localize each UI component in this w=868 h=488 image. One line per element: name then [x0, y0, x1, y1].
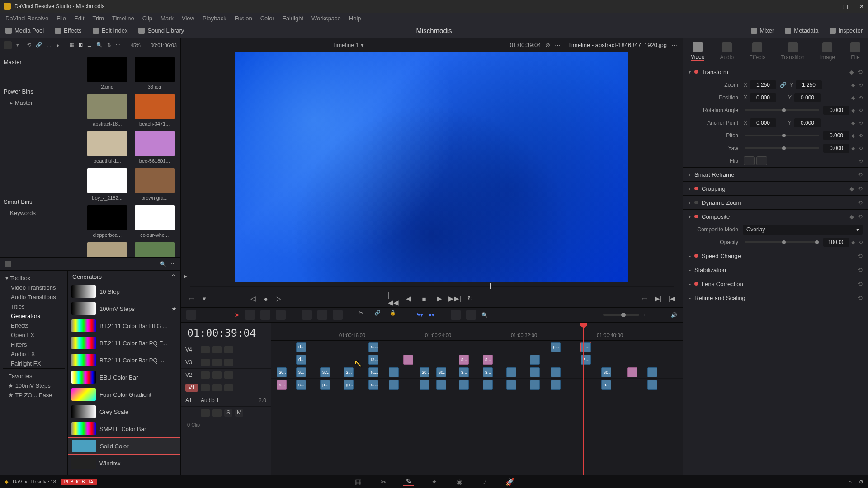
timeline-clip[interactable] [506, 367, 516, 377]
link-icon[interactable]: 🔗 [780, 82, 787, 88]
power-master-bin[interactable]: ▸ Master [4, 98, 77, 108]
timeline-clip[interactable] [551, 380, 561, 390]
link-tool[interactable]: 🔗 [374, 310, 384, 320]
generator-item[interactable]: BT.2111 Color Bar PQ F... [68, 334, 180, 352]
lock-icon[interactable] [201, 409, 210, 417]
yaw-slider[interactable] [745, 147, 819, 149]
media-thumbnail[interactable]: doe-18014... [133, 242, 176, 257]
media-thumbnail[interactable]: boy_-_2182... [86, 168, 129, 201]
audio-track-controls[interactable]: S M [181, 407, 271, 419]
timeline-clip[interactable]: sc... [420, 367, 429, 377]
timeline-clip[interactable] [647, 380, 657, 390]
lock-icon[interactable] [201, 371, 210, 379]
timeline-clip[interactable]: d... [296, 342, 306, 352]
panel-icon[interactable] [5, 261, 11, 267]
power-bins-header[interactable]: Power Bins [4, 88, 77, 95]
prev-edit-icon[interactable]: ◁ [249, 294, 258, 303]
timeline-clip[interactable]: ra... [368, 355, 378, 365]
media-thumbnail[interactable]: abstract-18... [86, 94, 129, 127]
lock-icon[interactable] [201, 346, 210, 353]
close-button[interactable]: ✕ [859, 3, 864, 10]
menu-item[interactable]: Fairlight [283, 15, 303, 22]
loop-button[interactable]: ↻ [466, 294, 475, 303]
more-icon[interactable]: ⋯ [555, 42, 561, 48]
timeline-clip[interactable]: s... [344, 367, 354, 377]
media-page[interactable]: ▦ [353, 477, 363, 486]
menu-item[interactable]: File [57, 15, 66, 22]
auto-select-icon[interactable] [212, 346, 222, 353]
zoom-tool[interactable] [466, 310, 476, 320]
thumb-view-icon[interactable]: ⊞ [79, 42, 83, 48]
timeline-clip[interactable] [420, 380, 429, 390]
timeline-clip[interactable]: s... [459, 367, 469, 377]
timeline-clip[interactable] [530, 367, 540, 377]
timeline-clip[interactable]: sc... [277, 367, 287, 377]
insert-tool[interactable] [302, 310, 312, 320]
zoom-slider[interactable] [603, 314, 639, 316]
timeline-clip[interactable]: gir... [344, 380, 354, 390]
in-out-icon[interactable]: ▭ [187, 294, 196, 303]
timeline-clip[interactable] [530, 380, 540, 390]
timeline-clip[interactable]: s... [483, 355, 493, 365]
disable-icon[interactable] [224, 371, 233, 379]
timeline-clip[interactable] [483, 380, 493, 390]
media-thumbnail[interactable]: colour-whe... [133, 205, 176, 238]
video-track-header[interactable]: V1 [181, 381, 271, 394]
generator-item[interactable]: BT.2111 Color Bar PQ ... [68, 352, 180, 369]
metadata-toggle[interactable]: Metadata [779, 27, 824, 34]
selection-tool[interactable]: ➤ [234, 311, 240, 319]
viewer-more-icon[interactable]: ⋯ [671, 42, 677, 48]
menu-item[interactable]: DaVinci Resolve [5, 15, 48, 22]
fx-tree-item[interactable]: Fairlight FX [3, 359, 65, 368]
search-icon[interactable]: 🔍 [160, 261, 166, 267]
file-tab[interactable]: File [850, 42, 860, 61]
more-icon[interactable]: ⋯ [171, 261, 176, 267]
generator-item[interactable]: SMPTE Color Bar [68, 420, 180, 437]
generator-item[interactable]: 10 Step [68, 283, 180, 300]
timeline-clip[interactable]: ra... [368, 380, 378, 390]
menu-item[interactable]: Fusion [235, 15, 252, 22]
sound-library-toggle[interactable]: Sound Library [133, 27, 189, 34]
timeline-clip[interactable]: a... [581, 342, 591, 352]
timeline-clip[interactable]: s... [459, 355, 469, 365]
zoom-y-input[interactable]: 1.250 [796, 80, 822, 89]
overwrite-tool[interactable] [317, 310, 327, 320]
video-track-header[interactable]: V3 [181, 356, 271, 369]
timeline-clip[interactable]: s... [296, 380, 306, 390]
keyframe-icon[interactable]: ◆ [849, 69, 854, 75]
volume-icon[interactable]: 🔊 [671, 312, 677, 318]
media-thumbnail[interactable]: 2.png [86, 57, 129, 89]
blade-tool[interactable] [276, 310, 286, 320]
master-bin[interactable]: Master [4, 59, 77, 66]
flip-v-button[interactable] [756, 156, 767, 165]
timeline-clip[interactable] [530, 355, 540, 365]
timeline-clip[interactable]: d... [296, 355, 306, 365]
smart-bins-header[interactable]: Smart Bins [4, 198, 77, 205]
rotation-input[interactable]: 0.000 [823, 106, 849, 115]
marker-dot-icon[interactable]: ● [261, 294, 270, 303]
zoom-in-icon[interactable]: + [643, 312, 646, 318]
auto-select-icon[interactable] [212, 371, 222, 379]
strip-view-icon[interactable]: ☰ [87, 42, 92, 48]
timeline-clip[interactable] [403, 355, 413, 365]
video-tab[interactable]: Video [691, 42, 704, 61]
lock-icon[interactable] [201, 384, 210, 391]
media-thumbnail[interactable]: bee-561801... [133, 131, 176, 164]
trim-tool[interactable] [245, 310, 255, 320]
cut-page[interactable]: ✂ [378, 477, 389, 486]
timeline-clip[interactable]: s... [277, 380, 287, 390]
mixer-toggle[interactable]: Mixer [745, 27, 780, 34]
effects-toggle[interactable]: Effects [49, 27, 87, 34]
viewer-scrubber[interactable] [190, 282, 674, 290]
solo-button[interactable]: S [224, 409, 232, 417]
disable-icon[interactable] [224, 384, 233, 391]
menu-item[interactable]: Edit [74, 15, 84, 22]
menu-item[interactable]: Help [349, 15, 361, 22]
timeline-clip[interactable] [627, 367, 637, 377]
video-track-header[interactable]: V2 [181, 369, 271, 381]
deliver-page[interactable]: 🚀 [505, 477, 515, 486]
timeline-clip[interactable] [436, 380, 446, 390]
flag-tool[interactable]: ⚑▾ [416, 312, 423, 318]
favorite-item[interactable]: ★ 100mV Steps [5, 381, 62, 390]
menu-item[interactable]: Clip [142, 15, 152, 22]
